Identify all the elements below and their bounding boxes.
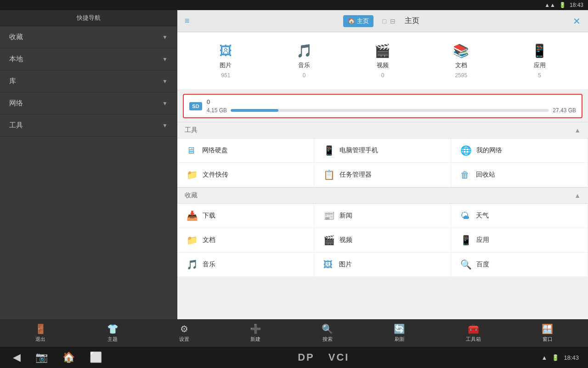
wifi-icon: ▲▲ (544, 2, 555, 8)
sidebar-item-library[interactable]: 库 ▼ (0, 70, 177, 92)
toolbar-window[interactable]: 🪟 窗口 (538, 322, 557, 345)
fav-video[interactable]: 🎬 视频 (314, 228, 451, 253)
sd-badge: SD (189, 102, 202, 110)
content-header: ≡ 🏠 主页 □ ⊟ 主页 ✕ (177, 10, 588, 32)
media-grid: 🖼 图片 951 🎵 音乐 0 🎬 视频 0 📚 文档 2595 📱 (177, 32, 588, 90)
favorites-collapse-icon[interactable]: ▲ (574, 192, 581, 199)
fav-photos[interactable]: 🖼 图片 (314, 253, 451, 277)
chevron-down-icon: ▼ (162, 34, 168, 40)
sd-card-bar[interactable]: SD 0 4.15 GB 27.43 GB (183, 94, 582, 118)
media-item-photos[interactable]: 🖼 图片 951 (187, 40, 265, 82)
recycle-bin-icon: 🗑 (460, 170, 471, 180)
content-area: ≡ 🏠 主页 □ ⊟ 主页 ✕ 🖼 图片 951 (177, 10, 588, 319)
settings-icon: ⚙ (180, 323, 188, 334)
page-title: 主页 (405, 16, 419, 26)
tool-task-manager[interactable]: 📋 任务管理器 (314, 163, 451, 187)
hamburger-icon[interactable]: ≡ (185, 16, 190, 26)
toolbar-new[interactable]: ➕ 新建 (246, 322, 265, 345)
fav-baidu[interactable]: 🔍 百度 (451, 253, 588, 277)
phone-manage-icon: 📱 (323, 145, 335, 156)
toolbox-icon: 🧰 (468, 323, 479, 334)
battery-status-icon: 🔋 (552, 354, 559, 361)
tools-collapse-icon[interactable]: ▲ (574, 126, 581, 134)
docs-icon: 📚 (453, 43, 469, 58)
home-active-button[interactable]: 🏠 主页 (343, 15, 373, 27)
toolbar-settings[interactable]: ⚙ 设置 (175, 322, 193, 345)
sys-right-status: ▲ 🔋 18:43 (542, 354, 579, 361)
fav-download[interactable]: 📥 下载 (177, 204, 314, 228)
theme-icon: 👕 (107, 323, 119, 334)
new-icon: ➕ (250, 323, 261, 334)
media-item-music[interactable]: 🎵 音乐 0 (265, 40, 344, 82)
favorites-section-title: 收藏 (185, 191, 198, 200)
sidebar-item-local[interactable]: 本地 ▼ (0, 48, 177, 70)
main-container: 快捷导航 收藏 ▼ 本地 ▼ 库 ▼ 网络 ▼ 工具 ▼ ≡ � (0, 10, 588, 319)
system-bar: ◀ 📷 🏠 ⬜ DP VCI ▲ 🔋 18:43 (0, 347, 588, 368)
tools-grid: 🖥 网络硬盘 📱 电脑管理手机 🌐 我的网络 📁 文件快传 📋 任务管理器 🗑 (177, 138, 588, 187)
window-icon: 🪟 (542, 323, 553, 334)
chevron-down-icon: ▼ (162, 78, 168, 85)
video-icon: 🎬 (374, 43, 390, 58)
fav-docs[interactable]: 📁 文档 (177, 228, 314, 253)
toolbar-toolbox[interactable]: 🧰 工具箱 (462, 322, 485, 345)
sidebar-item-network[interactable]: 网络 ▼ (0, 92, 177, 115)
exit-icon: 🚪 (35, 323, 46, 334)
tools-section-title: 工具 (185, 126, 198, 134)
refresh-icon: 🔄 (394, 323, 405, 334)
media-item-video[interactable]: 🎬 视频 0 (344, 40, 422, 82)
media-item-apps[interactable]: 📱 应用 5 (500, 40, 579, 82)
tools-section-header: 工具 ▲ (177, 122, 588, 138)
sd-total: 27.43 GB (553, 107, 576, 114)
sidebar-item-tools[interactable]: 工具 ▼ (0, 115, 177, 137)
fav-baidu-icon: 🔍 (460, 259, 472, 270)
toolbar-theme[interactable]: 👕 主题 (103, 322, 122, 345)
favorites-section-header: 收藏 ▲ (177, 187, 588, 204)
toolbar-refresh[interactable]: 🔄 刷新 (390, 322, 409, 345)
screen-icon: ⊟ (390, 17, 396, 25)
sd-count: 0 (207, 98, 576, 105)
search-icon: 🔍 (322, 323, 333, 334)
wifi-status-icon: ▲ (542, 354, 548, 361)
fav-photos-icon: 🖼 (323, 259, 334, 270)
file-transfer-icon: 📁 (187, 169, 198, 180)
multitask-button[interactable]: ⬜ (86, 350, 106, 365)
tool-phone-manage[interactable]: 📱 电脑管理手机 (314, 138, 451, 163)
fav-apps[interactable]: 📱 应用 (451, 228, 588, 253)
tool-file-transfer[interactable]: 📁 文件快传 (177, 163, 314, 187)
news-icon: 📰 (323, 210, 335, 221)
home-button[interactable]: 🏠 (59, 350, 79, 365)
sd-progress-bar-wrapper (231, 109, 549, 112)
dp-logo: DP (298, 351, 315, 363)
fav-weather[interactable]: 🌤 天气 (451, 204, 588, 228)
tool-network-drive[interactable]: 🖥 网络硬盘 (177, 138, 314, 163)
sd-progress-container: 4.15 GB 27.43 GB (207, 107, 576, 114)
network-drive-icon: 🖥 (187, 145, 198, 156)
media-item-docs[interactable]: 📚 文档 2595 (422, 40, 500, 82)
back-button[interactable]: ◀ (9, 350, 24, 365)
tool-my-network[interactable]: 🌐 我的网络 (451, 138, 588, 163)
header-icon-btns: □ ⊟ (383, 17, 396, 25)
my-network-icon: 🌐 (460, 145, 472, 156)
sd-used: 4.15 GB (207, 107, 227, 114)
fav-music[interactable]: 🎵 音乐 (177, 253, 314, 277)
download-icon: 📥 (187, 210, 198, 221)
weather-icon: 🌤 (460, 211, 471, 221)
favorites-grid: 📥 下载 📰 新闻 🌤 天气 📁 文档 🎬 视频 📱 应用 (177, 204, 588, 277)
close-button[interactable]: ✕ (573, 16, 581, 27)
fav-apps-icon: 📱 (460, 235, 472, 246)
fav-docs-icon: 📁 (187, 235, 198, 246)
sd-progress-bar (231, 109, 278, 112)
sys-center-logos: DP VCI (298, 351, 349, 363)
tool-recycle-bin[interactable]: 🗑 回收站 (451, 163, 588, 187)
apps-icon: 📱 (531, 43, 548, 58)
fav-news[interactable]: 📰 新闻 (314, 204, 451, 228)
toolbar-search[interactable]: 🔍 搜索 (318, 322, 337, 345)
sys-left-buttons: ◀ 📷 🏠 ⬜ (9, 350, 106, 365)
sd-info: 0 4.15 GB 27.43 GB (207, 98, 576, 114)
sidebar: 快捷导航 收藏 ▼ 本地 ▼ 库 ▼ 网络 ▼ 工具 ▼ (0, 10, 177, 319)
time-display: 18:43 (564, 354, 579, 361)
home-icon: 🏠 (348, 17, 355, 24)
camera-button[interactable]: 📷 (32, 350, 51, 365)
toolbar-exit[interactable]: 🚪 退出 (31, 322, 50, 345)
sidebar-item-favorites[interactable]: 收藏 ▼ (0, 26, 177, 48)
